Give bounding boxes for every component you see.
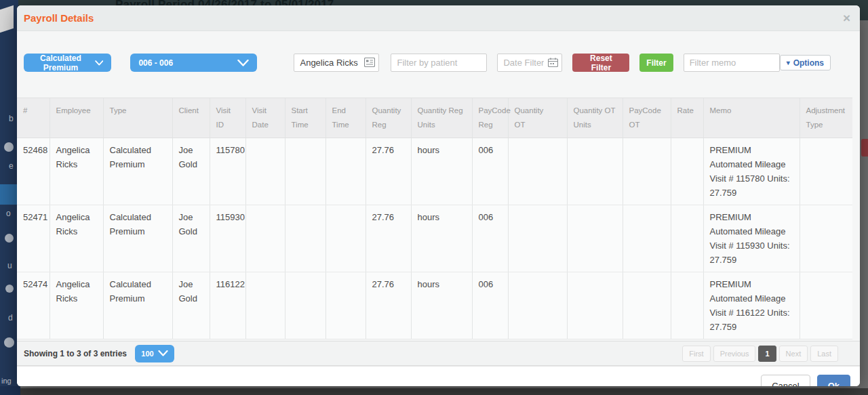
table-row: 52471Angelica RicksCalculated PremiumJoe… — [17, 205, 852, 272]
pagination-previous[interactable]: Previous — [713, 346, 756, 362]
modal-title: Payroll Details — [24, 12, 94, 24]
table-cell: 116122 — [210, 272, 245, 339]
column-header: PayCodeOT — [623, 98, 671, 138]
table-cell — [567, 205, 623, 272]
paycode-dropdown[interactable]: 006 - 006 — [130, 54, 257, 72]
chevron-down-icon — [158, 350, 168, 356]
table-header-row: #EmployeeTypeClientVisitIDVisitDateStart… — [17, 98, 852, 138]
showing-entries-text: Showing 1 to 3 of 3 entries — [24, 349, 127, 358]
filter-toolbar: Calculated Premium 006 - 006 — [17, 31, 860, 72]
table-cell — [285, 138, 326, 205]
page-size-dropdown[interactable]: 100 — [135, 345, 174, 362]
table-row: 52474Angelica RicksCalculated PremiumJoe… — [17, 272, 852, 339]
table-cell — [567, 272, 623, 339]
table-cell: 52468 — [17, 138, 50, 205]
table-cell: 115780 — [210, 138, 245, 205]
table-cell: hours — [411, 272, 472, 339]
modal-footer: Cancel Ok — [17, 366, 860, 386]
table-cell: Calculated Premium — [103, 205, 172, 272]
modal-body: Calculated Premium 006 - 006 — [17, 31, 860, 366]
table-cell — [508, 272, 567, 339]
table-cell: Joe Gold — [172, 205, 210, 272]
background-nav-sidebar: b e o u d ing — [0, 0, 18, 395]
table-cell — [671, 205, 703, 272]
table-cell: Angelica Ricks — [50, 272, 103, 339]
table-row: 52468Angelica RicksCalculated PremiumJoe… — [17, 138, 852, 205]
table-cell: PREMIUM Automated MileageVisit # 115930 … — [703, 205, 800, 272]
background-red-button-fragment — [861, 139, 868, 157]
table-cell: Angelica Ricks — [50, 205, 103, 272]
table-cell: Joe Gold — [172, 138, 210, 205]
table-cell: 006 — [472, 205, 508, 272]
sidebar-icon-fragment — [4, 142, 14, 152]
table-cell — [245, 205, 285, 272]
pagination: FirstPrevious1NextLast — [682, 346, 838, 362]
table-cell — [800, 138, 852, 205]
type-dropdown[interactable]: Calculated Premium — [24, 54, 111, 72]
table-cell: 27.76 — [366, 272, 411, 339]
table-cell: hours — [411, 205, 472, 272]
ok-button[interactable]: Ok — [817, 375, 850, 387]
table-footer: Showing 1 to 3 of 3 entries 100 FirstPre… — [17, 341, 860, 366]
pagination-next[interactable]: Next — [779, 346, 808, 362]
pagination-1[interactable]: 1 — [758, 346, 776, 362]
table-cell — [326, 138, 366, 205]
column-header: Quantity OTUnits — [567, 98, 623, 138]
chevron-down-icon — [95, 60, 104, 66]
patient-filter-input[interactable] — [391, 54, 487, 72]
table-cell — [508, 205, 567, 272]
caret-down-icon: ▾ — [787, 59, 790, 66]
filter-button[interactable]: Filter — [639, 54, 673, 72]
column-header: VisitID — [210, 98, 245, 138]
paycode-dropdown-label: 006 - 006 — [138, 58, 173, 68]
table-cell — [623, 138, 671, 205]
column-header: VisitDate — [245, 98, 285, 138]
table-cell — [800, 205, 852, 272]
options-button[interactable]: ▾ Options — [780, 55, 831, 70]
pagination-last[interactable]: Last — [810, 346, 838, 362]
column-header: AdjustmentType — [800, 98, 852, 138]
pagination-first[interactable]: First — [682, 346, 710, 362]
page-size-value: 100 — [141, 350, 153, 358]
table-cell: PREMIUM Automated MileageVisit # 116122 … — [703, 272, 800, 339]
column-header: Rate — [671, 98, 703, 138]
close-icon[interactable]: × — [843, 12, 850, 24]
table-cell: Angelica Ricks — [50, 138, 103, 205]
contact-card-icon[interactable] — [364, 58, 375, 67]
table-cell — [245, 272, 285, 339]
sidebar-icon-fragment: d — [8, 313, 13, 323]
table-cell — [623, 205, 671, 272]
table-cell: 006 — [472, 272, 508, 339]
table-cell: 27.76 — [366, 205, 411, 272]
sidebar-icon-fragment — [4, 337, 14, 348]
cancel-button[interactable]: Cancel — [761, 375, 810, 387]
sidebar-icon-fragment: e — [9, 161, 14, 171]
table-body: 52468Angelica RicksCalculated PremiumJoe… — [17, 138, 852, 339]
table-cell — [326, 272, 366, 339]
column-header: QuantityReg — [366, 98, 411, 138]
column-header: Client — [172, 98, 210, 138]
column-header: Employee — [50, 98, 103, 138]
calendar-icon[interactable] — [548, 58, 558, 67]
table-cell — [508, 138, 567, 205]
chevron-down-icon — [237, 60, 249, 66]
background-bottom-bar — [0, 388, 868, 395]
memo-filter-input[interactable] — [684, 54, 780, 72]
column-header: Quantity RegUnits — [411, 98, 472, 138]
table-cell: 006 — [472, 138, 508, 205]
column-header: QuantityOT — [508, 98, 567, 138]
table-cell: PREMIUM Automated MileageVisit # 115780 … — [703, 138, 800, 205]
table-cell: 27.76 — [366, 138, 411, 205]
reset-filter-button[interactable]: Reset Filter — [572, 54, 629, 72]
background-bottom-navy-fragment — [0, 386, 20, 395]
type-dropdown-label: Calculated Premium — [32, 54, 90, 72]
logo-fragment-icon — [0, 5, 14, 34]
payroll-details-modal: Payroll Details × Calculated Premium 006… — [17, 5, 860, 386]
table-cell: Calculated Premium — [103, 138, 172, 205]
table-cell: Joe Gold — [172, 272, 210, 339]
table-cell — [567, 138, 623, 205]
table-cell: 52474 — [17, 272, 50, 339]
table-cell — [285, 205, 326, 272]
column-header: # — [17, 98, 50, 138]
sidebar-icon-fragment: o — [6, 209, 11, 218]
